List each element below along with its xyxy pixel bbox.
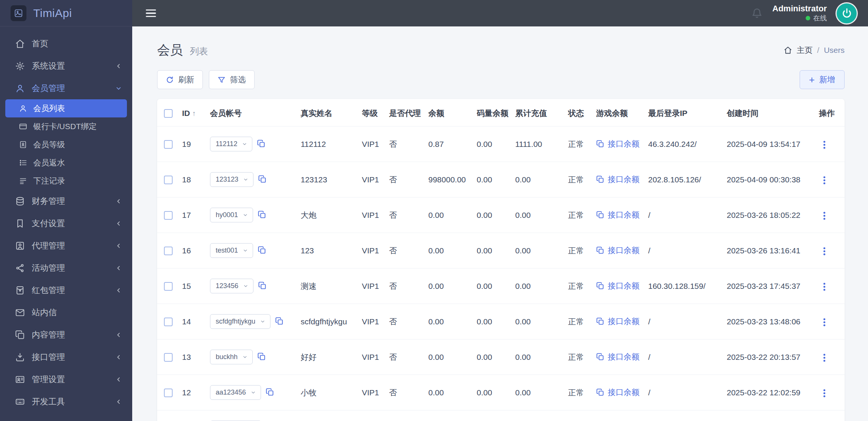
sidebar-item-activity-management[interactable]: 活动管理	[5, 257, 127, 279]
chevron-left-icon	[115, 331, 122, 339]
sidebar-item-dev-tools[interactable]: 开发工具	[5, 390, 127, 413]
row-actions-button[interactable]	[819, 176, 830, 185]
toolbar: 刷新 筛选 + 新增	[157, 70, 845, 89]
cell-game-balance: 接口余额	[592, 339, 644, 375]
api-balance-button[interactable]: 接口余额	[596, 139, 639, 149]
row-checkbox[interactable]	[164, 353, 173, 362]
add-button[interactable]: + 新增	[800, 70, 845, 89]
sidebar-item-label: 开发工具	[32, 396, 108, 407]
column-header-real_name: 真实姓名	[297, 99, 358, 126]
filter-button[interactable]: 筛选	[209, 70, 255, 89]
row-checkbox[interactable]	[164, 176, 173, 184]
sidebar-item-bank-card-usdt-binding[interactable]: 银行卡/USDT绑定	[5, 117, 127, 136]
page-content: 会员 列表 主页 / Users	[132, 26, 868, 421]
api-balance-button[interactable]: 接口余额	[596, 210, 639, 220]
account-select[interactable]: scfdgfhtjykgu	[210, 314, 270, 329]
brand-title: TimiApi	[33, 7, 72, 20]
sidebar-item-admin-settings[interactable]: 管理设置	[5, 368, 127, 390]
column-header-id[interactable]: ID↑	[178, 99, 206, 126]
copy-account-button[interactable]	[266, 388, 274, 398]
row-checkbox[interactable]	[164, 389, 173, 397]
home-icon	[15, 39, 25, 49]
sidebar-item-member-rebate[interactable]: 会员返水	[5, 154, 127, 172]
sidebar-item-bet-records[interactable]: 下注记录	[5, 172, 127, 190]
copy-account-button[interactable]	[257, 352, 266, 362]
sidebar-item-red-packet-management[interactable]: 红包管理	[5, 279, 127, 301]
api-balance-button[interactable]: 接口余额	[596, 245, 639, 256]
account-select[interactable]: aa123456	[210, 385, 261, 400]
cell-code-balance: 0.00	[473, 162, 511, 197]
cell-account: dwdwf233	[206, 410, 297, 421]
sidebar-item-agent-management[interactable]: 代理管理	[5, 234, 127, 257]
refresh-button[interactable]: 刷新	[157, 70, 203, 89]
cell-last-login-ip: /	[644, 197, 723, 233]
cell-total-recharge: 0.00	[511, 197, 564, 233]
sidebar-item-finance-management[interactable]: 财务管理	[5, 190, 127, 212]
copy-account-button[interactable]	[257, 139, 266, 149]
row-actions-button[interactable]	[819, 247, 830, 256]
cell-code-balance: 0.00	[473, 126, 511, 162]
sidebar-item-site-mail[interactable]: 站内信	[5, 301, 127, 324]
sidebar-item-system-settings[interactable]: 系统设置	[5, 55, 127, 77]
row-checkbox[interactable]	[164, 318, 173, 326]
chevron-left-icon	[115, 62, 122, 70]
select-all-checkbox[interactable]	[164, 109, 173, 118]
api-icon	[15, 352, 25, 362]
sidebar-item-home[interactable]: 首页	[5, 32, 127, 55]
copy-icon	[596, 388, 604, 396]
topbar: Administrator 在线	[132, 0, 868, 26]
chevron-down-icon	[242, 248, 248, 253]
account-select[interactable]: buckhh	[210, 350, 253, 364]
row-checkbox[interactable]	[164, 211, 173, 220]
sidebar-item-content-management[interactable]: 内容管理	[5, 324, 127, 346]
row-actions-button[interactable]	[819, 282, 830, 291]
notifications-bell-button[interactable]	[751, 8, 763, 19]
copy-account-button[interactable]	[258, 210, 266, 220]
hamburger-menu-button[interactable]	[144, 5, 158, 22]
row-actions-button[interactable]	[819, 140, 830, 150]
account-select[interactable]: 112112	[210, 137, 252, 151]
avatar[interactable]	[837, 3, 857, 23]
cell-account: 123456	[206, 268, 297, 304]
sidebar-item-payment-settings[interactable]: 支付设置	[5, 212, 127, 234]
sidebar-item-api-management[interactable]: 接口管理	[5, 346, 127, 368]
row-actions-button[interactable]	[819, 389, 830, 398]
copy-account-button[interactable]	[275, 317, 284, 327]
sidebar-item-member-list[interactable]: 会员列表	[5, 99, 127, 117]
sidebar-item-member-management[interactable]: 会员管理	[5, 77, 127, 99]
row-checkbox[interactable]	[164, 282, 173, 291]
sidebar-item-label: 站内信	[32, 307, 122, 318]
copy-icon	[596, 246, 604, 254]
column-label: 是否代理	[389, 109, 421, 117]
api-balance-button[interactable]: 接口余额	[596, 174, 639, 185]
chevron-down-icon	[250, 390, 256, 395]
account-select[interactable]: test001	[210, 243, 253, 258]
hamburger-icon	[146, 9, 156, 17]
row-checkbox[interactable]	[164, 140, 173, 149]
cell-account: hy0001	[206, 197, 297, 233]
sidebar-item-member-level[interactable]: 会员等级	[5, 136, 127, 154]
account-select[interactable]: 123123	[210, 172, 253, 187]
bank-card-icon	[19, 122, 27, 131]
row-checkbox[interactable]	[164, 247, 173, 255]
copy-account-button[interactable]	[258, 281, 267, 291]
row-actions-button[interactable]	[819, 353, 830, 362]
copy-account-button[interactable]	[258, 246, 266, 256]
row-actions-button[interactable]	[819, 318, 830, 327]
account-select[interactable]: 123456	[210, 279, 253, 293]
brand[interactable]: TimiApi	[0, 0, 132, 26]
account-select[interactable]: hy0001	[210, 208, 253, 222]
api-balance-button[interactable]: 接口余额	[596, 352, 639, 362]
cell-level: VIP1	[358, 162, 385, 197]
finance-icon	[15, 196, 25, 206]
api-balance-button[interactable]: 接口余额	[596, 281, 639, 291]
kebab-menu-icon	[823, 144, 825, 146]
api-balance-button[interactable]: 接口余额	[596, 316, 639, 327]
breadcrumb-home-link[interactable]: 主页	[797, 45, 812, 56]
copy-account-button[interactable]	[258, 175, 267, 185]
api-balance-label: 接口余额	[608, 174, 639, 185]
api-balance-button[interactable]: 接口余额	[596, 387, 639, 398]
column-label: 真实姓名	[301, 109, 332, 117]
column-header-is_agent: 是否代理	[385, 99, 425, 126]
row-actions-button[interactable]	[819, 211, 830, 221]
